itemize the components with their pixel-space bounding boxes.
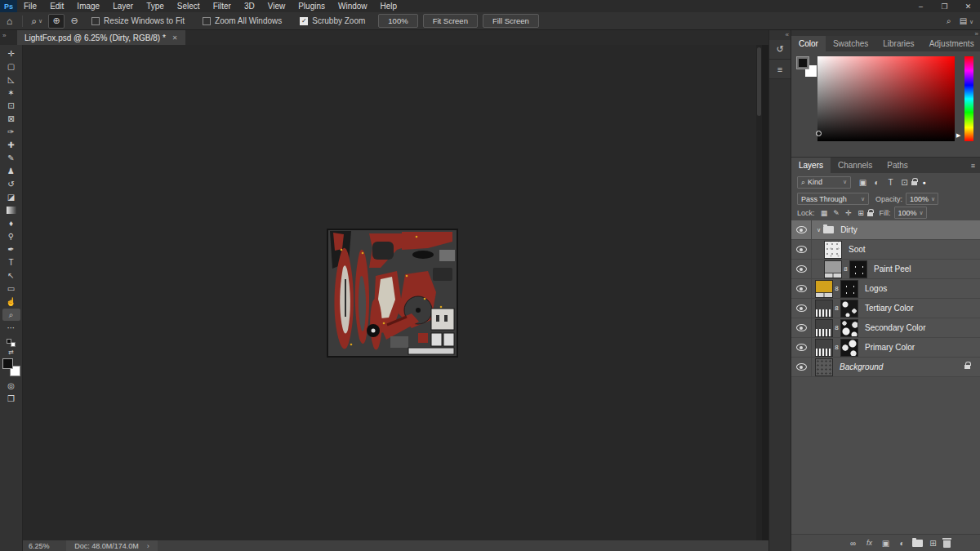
home-icon[interactable]: ⌂	[0, 16, 19, 27]
menu-item[interactable]: Edit	[43, 2, 70, 11]
filter-adjustment-layers-icon[interactable]: ◐	[870, 178, 884, 187]
menu-item[interactable]: Help	[374, 2, 404, 11]
scrollbar-thumb[interactable]	[757, 47, 761, 116]
pen-tool[interactable]: ✒	[2, 243, 20, 256]
menu-item[interactable]: 3D	[238, 2, 261, 11]
filter-type-layers-icon[interactable]: T	[884, 178, 898, 187]
document-tab[interactable]: LightFox.psd @ 6.25% (Dirty, RGB/8) * ✕	[17, 30, 185, 45]
dodge-tool[interactable]: ⚲	[2, 230, 20, 242]
new-adjustment-layer-icon[interactable]: ◐	[896, 539, 908, 548]
zoom-in-button[interactable]: ⊕	[48, 14, 65, 29]
eyedropper-tool[interactable]: ✑	[2, 126, 20, 138]
layer-thumbnail[interactable]	[815, 280, 833, 298]
status-expander-icon[interactable]: ›	[147, 542, 149, 550]
workspace-switcher[interactable]: ▤ ∨	[960, 16, 973, 25]
eraser-tool[interactable]: ◪	[2, 191, 20, 203]
menu-item[interactable]: Filter	[207, 2, 238, 11]
search-icon[interactable]: ⌕	[947, 16, 951, 26]
menu-item[interactable]: Select	[171, 2, 207, 11]
color-picker-ring[interactable]	[816, 131, 822, 136]
menu-item[interactable]: View	[261, 2, 292, 11]
layer-effects-icon[interactable]: fx	[863, 539, 875, 547]
mask-link-icon[interactable]: 8	[833, 304, 840, 312]
saturation-brightness-field[interactable]	[817, 56, 955, 141]
blur-tool[interactable]: ♦	[2, 217, 20, 229]
menu-item[interactable]: File	[17, 2, 43, 11]
new-group-icon[interactable]	[912, 540, 923, 547]
expand-panels-icon[interactable]: «	[769, 30, 791, 38]
history-brush-tool[interactable]: ↺	[2, 178, 20, 190]
hue-slider-arrow[interactable]: ▶	[956, 132, 960, 139]
properties-panel-icon[interactable]: ≡	[769, 60, 791, 79]
group-expand-icon[interactable]: ∨	[817, 227, 821, 233]
document-image[interactable]	[327, 229, 458, 358]
layer-row[interactable]: ∨ 8 Paint Peel	[791, 260, 980, 279]
menu-item[interactable]: Type	[140, 2, 171, 11]
more-tools[interactable]: ⋯	[2, 322, 20, 334]
path-selection-tool[interactable]: ↖	[2, 269, 20, 282]
photoshop-logo[interactable]: Ps	[0, 0, 17, 12]
canvas-area[interactable]	[23, 45, 762, 540]
layer-thumbnail[interactable]	[815, 300, 833, 318]
lock-position-icon[interactable]: ✛	[843, 209, 855, 217]
hue-slider[interactable]	[964, 56, 973, 141]
layer-mask-thumbnail[interactable]	[849, 260, 867, 278]
visibility-toggle[interactable]	[791, 260, 812, 278]
move-tool[interactable]: ✛	[2, 47, 20, 60]
fit-screen-button[interactable]: Fit Screen	[423, 14, 478, 28]
visibility-toggle[interactable]	[791, 220, 812, 239]
zoom-tool-preset[interactable]: ⌕ ∨	[26, 16, 47, 27]
mask-link-icon[interactable]: 8	[833, 344, 840, 351]
mask-link-icon[interactable]: 8	[833, 285, 840, 292]
visibility-toggle[interactable]	[791, 299, 812, 318]
visibility-toggle[interactable]	[791, 318, 812, 337]
zoom-100-button[interactable]: 100%	[378, 14, 417, 28]
crop-tool[interactable]: ⊡	[2, 100, 20, 112]
panel-tab[interactable]: Color	[791, 36, 826, 51]
rectangle-tool[interactable]: ▭	[2, 282, 20, 295]
panel-tab[interactable]: Libraries	[875, 36, 921, 51]
filter-pixel-layers-icon[interactable]: ▣	[856, 178, 870, 187]
foreground-color-swatch[interactable]	[2, 358, 13, 369]
layer-mask-thumbnail[interactable]	[840, 319, 858, 337]
default-colors-icon[interactable]	[7, 339, 16, 347]
close-button[interactable]: ✕	[956, 0, 980, 12]
filter-toggle[interactable]: ●	[917, 180, 931, 185]
tab-overflow-icon[interactable]: »	[2, 32, 5, 39]
foreground-background-swatches[interactable]	[2, 358, 20, 376]
brush-tool[interactable]: ✎	[2, 152, 20, 164]
opacity-dropdown[interactable]: 100% ∨	[906, 193, 938, 205]
layer-row[interactable]: ∨ Dirty	[791, 220, 980, 240]
spot-healing-brush-tool[interactable]: ✚	[2, 139, 20, 151]
panel-tab[interactable]: Channels	[831, 158, 880, 173]
gradient-tool[interactable]	[2, 204, 20, 216]
lock-pixels-icon[interactable]: ✎	[831, 209, 843, 217]
layer-row[interactable]: ∨ Soot	[791, 240, 980, 260]
visibility-toggle[interactable]	[791, 338, 812, 357]
frame-tool[interactable]: ⊠	[2, 113, 20, 125]
panel-tab[interactable]: Paths	[880, 158, 915, 173]
fill-dropdown[interactable]: 100% ∨	[894, 207, 927, 219]
panel-tab[interactable]: Adjustments	[922, 36, 980, 51]
filter-kind-dropdown[interactable]: ⌕ Kind ∨	[797, 176, 851, 189]
swap-colors-icon[interactable]: ⇄	[8, 349, 14, 357]
screen-mode-button[interactable]: ❐	[2, 393, 20, 405]
layer-mask-thumbnail[interactable]	[840, 339, 858, 357]
clone-stamp-tool[interactable]: ♟	[2, 165, 20, 177]
option-checkbox[interactable]: Resize Windows to Fit	[91, 16, 185, 25]
layer-row[interactable]: ∨ 8 Primary Color	[791, 338, 980, 358]
zoom-out-button[interactable]: ⊖	[66, 14, 82, 29]
type-tool[interactable]: T	[2, 256, 20, 269]
mask-link-icon[interactable]: 8	[842, 265, 849, 273]
menu-item[interactable]: Layer	[106, 2, 140, 11]
delete-layer-icon[interactable]	[943, 540, 951, 548]
layer-row[interactable]: ∨ 8 Logos	[791, 279, 980, 299]
layer-thumbnail[interactable]	[824, 260, 842, 278]
layer-thumbnail[interactable]	[824, 241, 842, 259]
filter-smart-object-icon[interactable]	[911, 181, 917, 185]
menu-item[interactable]: Image	[70, 2, 106, 11]
lock-transparency-icon[interactable]: ▦	[818, 209, 831, 217]
visibility-toggle[interactable]	[791, 279, 812, 298]
restore-button[interactable]: ❐	[933, 0, 956, 12]
visibility-toggle[interactable]	[791, 358, 812, 376]
